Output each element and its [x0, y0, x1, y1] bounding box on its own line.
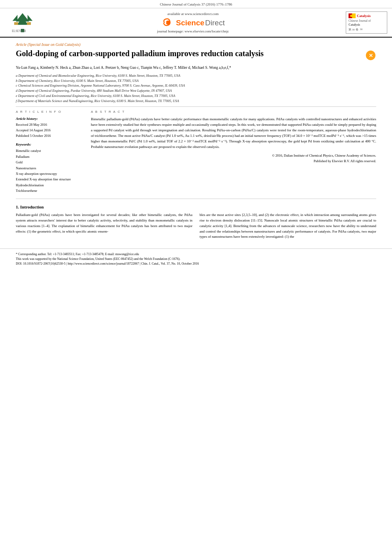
sd-swirl-icon — [161, 17, 175, 28]
keywords-section: Keywords: Bimetallic catalyst Palladium … — [16, 142, 83, 194]
journal-header: ELSEVIER available at www.sciencedirect.… — [0, 8, 392, 38]
page-footer: * Corresponding author. Tel: +1-713-3483… — [0, 248, 392, 269]
abstract-text: Bimetallic palladium-gold (PdAu) catalys… — [91, 117, 376, 150]
keyword-2: Gold — [16, 159, 83, 165]
doi-info: DOI: 10.1016/S1872-2067(16)62530-5 | htt… — [16, 261, 376, 266]
catalysis-flag: Catalysis — [349, 13, 384, 18]
affiliations: a Department of Chemical and Biomolecula… — [16, 73, 376, 104]
affiliation-a: a Department of Chemical and Biomolecula… — [16, 73, 376, 78]
intro-right-col: bles are the most active sites [2,3,5–10… — [200, 212, 376, 240]
catalysis-meta: 第 30 卷 30 — [349, 28, 384, 32]
svg-marker-4 — [28, 15, 33, 21]
article-body: Article (Special Issue on Gold Catalysis… — [0, 38, 392, 245]
affiliation-e: e Department of Civil and Environmental … — [16, 93, 376, 98]
catalysis-box: Catalysis Chinese Journal of Catalysis 第… — [346, 11, 387, 34]
keyword-3: Nanostructures — [16, 165, 83, 171]
article-title-text: Gold-doping of carbon-supported palladiu… — [16, 48, 362, 59]
journal-reference: Chinese Journal of Catalysis 37 (2016) 1… — [160, 2, 232, 6]
accepted-date: Accepted 14 August 2016 — [16, 128, 83, 133]
affiliation-d: d Department of Chemical Engineering, Pu… — [16, 88, 376, 93]
available-at-text: available at www.sciencedirect.com — [48, 12, 338, 16]
catalysis-flag-icon — [349, 13, 356, 18]
article-history: Article history: Received 28 May 2016 Ac… — [16, 117, 83, 138]
keyword-0: Bimetallic catalyst — [16, 148, 83, 153]
intro-left-text: Palladium-gold (PdAu) catalysts have bee… — [16, 212, 192, 235]
keyword-6: Hydrodechlorination — [16, 182, 83, 188]
svg-rect-6 — [27, 22, 31, 25]
divider-2 — [16, 199, 376, 199]
keyword-7: Trichloroethene — [16, 188, 83, 193]
keyword-5: Extended X-ray absorption fine structure — [16, 176, 83, 182]
svg-rect-5 — [14, 22, 18, 25]
abstract-header: A B S T R A C T — [91, 110, 376, 114]
affiliation-c: c Chemical Sciences and Engineering Divi… — [16, 83, 376, 88]
keyword-1: Palladium — [16, 154, 83, 159]
received-date: Received 28 May 2016 — [16, 122, 83, 128]
page-wrapper: Chinese Journal of Catalysis 37 (2016) 1… — [0, 0, 392, 555]
corresponding-author: * Corresponding author. Tel: +1-713-3483… — [16, 252, 376, 257]
journal-homepage-text: journal homepage: www.elsevier.com/locat… — [48, 29, 338, 33]
catalysis-extra: 30 — [360, 28, 363, 32]
abstract-column: A B S T R A C T Bimetallic palladium-gol… — [91, 110, 376, 193]
copyright-text: © 2016, Dalian Institute of Chemical Phy… — [91, 153, 376, 159]
divider-1 — [16, 106, 376, 107]
top-bar: Chinese Journal of Catalysis 37 (2016) 1… — [0, 0, 392, 8]
history-label: Article history: — [16, 117, 83, 121]
catalysis-nums: 第 30 卷 — [349, 28, 358, 32]
special-issue-label: Article (Special Issue on Gold Catalysis… — [16, 42, 376, 47]
affiliation-b: b Department of Chemistry, Rice Universi… — [16, 78, 376, 83]
intro-body: Palladium-gold (PdAu) catalysts have bee… — [16, 212, 376, 240]
funding-info: This work was supported by the National … — [16, 257, 376, 261]
authors-list: Yu-Lun Fang a, Kimberly N. Heck a, Zhun … — [16, 65, 376, 71]
affiliation-f: f Department of Materials Science and Na… — [16, 98, 376, 104]
svg-rect-9 — [352, 13, 356, 18]
svg-point-10 — [350, 15, 352, 17]
svg-text:ELSEVIER: ELSEVIER — [12, 30, 26, 33]
article-info-header: A R T I C L E I N F O — [16, 110, 83, 114]
catalysis-journal-name: Catalysis — [349, 23, 384, 27]
intro-right-text: bles are the most active sites [2,3,5–10… — [200, 212, 376, 240]
catalysis-subtitle: Chinese Journal of — [349, 19, 384, 23]
published-date: Published 5 October 2016 — [16, 133, 83, 139]
article-title: Gold-doping of carbon-supported palladiu… — [16, 48, 376, 61]
sd-direct-text: Direct — [205, 19, 225, 27]
sciencedirect-logo: ScienceDirect — [161, 17, 224, 28]
crossmark-icon: ✕ — [365, 50, 376, 61]
sd-science-text: Science — [176, 19, 204, 27]
rights-text: Published by Elsevier B.V. All rights re… — [91, 159, 376, 164]
copyright-block: © 2016, Dalian Institute of Chemical Phy… — [91, 153, 376, 164]
journal-center: available at www.sciencedirect.com Scien… — [40, 12, 346, 33]
abstract-paragraph: Bimetallic palladium-gold (PdAu) catalys… — [91, 117, 376, 150]
keywords-label: Keywords: — [16, 142, 83, 146]
elsevier-tree-icon: ELSEVIER — [11, 11, 34, 33]
catalysis-title-text: Catalysis — [357, 14, 371, 18]
article-info-column: A R T I C L E I N F O Article history: R… — [16, 110, 83, 193]
elsevier-logo: ELSEVIER — [5, 11, 40, 33]
article-info-abstract-section: A R T I C L E I N F O Article history: R… — [16, 110, 376, 193]
svg-marker-3 — [13, 15, 18, 21]
intro-section-title: 1. Introduction — [16, 205, 376, 209]
svg-text:✕: ✕ — [369, 52, 373, 58]
introduction-section: 1. Introduction Palladium-gold (PdAu) ca… — [16, 205, 376, 240]
intro-left-col: Palladium-gold (PdAu) catalysts have bee… — [16, 212, 192, 240]
keyword-4: X-ray absorption spectroscopy — [16, 171, 83, 176]
